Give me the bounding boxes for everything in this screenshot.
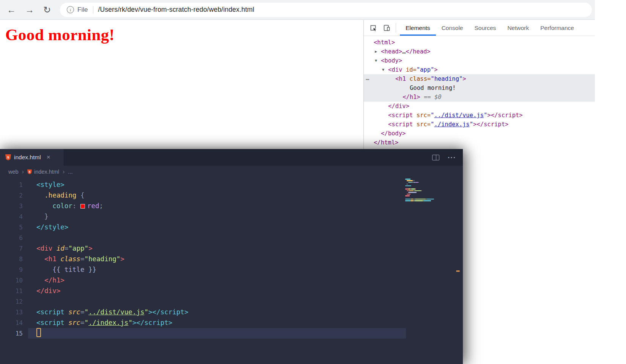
code-line[interactable]: 8 <h1 class="heading"> — [0, 254, 463, 264]
breadcrumb-item[interactable]: ... — [68, 169, 72, 175]
devtools-tab-elements[interactable]: Elements — [400, 20, 436, 36]
code-token-tagx: <script — [36, 308, 64, 316]
code-line[interactable]: 7<div id="app"> — [0, 243, 463, 254]
dom-token-tag: <div — [388, 66, 402, 73]
devtools-tabs: ElementsConsoleSourcesNetworkPerformance — [400, 20, 580, 36]
breadcrumb-item[interactable]: index.html — [34, 169, 59, 175]
back-button[interactable]: ← — [7, 5, 16, 14]
code-line[interactable]: 11</div> — [0, 286, 463, 296]
code-token-plain — [36, 266, 52, 273]
code-token-str: " — [84, 319, 88, 326]
line-number: 4 — [0, 212, 23, 222]
devtools-tab-network[interactable]: Network — [502, 20, 535, 36]
html5-file-icon — [27, 169, 32, 174]
address-url[interactable]: /Users/rk/dev/vue-from-scratch-redo/web/… — [98, 6, 255, 14]
code-token-punc: } — [44, 213, 49, 220]
code-token-plain — [36, 276, 44, 284]
dom-tree-row[interactable]: </div> — [364, 102, 595, 111]
code-line[interactable]: 15 — [0, 328, 463, 339]
code-token-punc: = — [64, 245, 69, 252]
collapsed-arrow-icon[interactable]: ▶ — [375, 47, 381, 56]
dom-token-attr: src= — [413, 112, 431, 119]
dom-token-link[interactable]: ../dist/vue.js — [434, 112, 484, 119]
editor-tab-indexhtml[interactable]: index.html × — [0, 149, 64, 166]
code-token-tagx: <style> — [36, 181, 64, 188]
devtools-tab-sources[interactable]: Sources — [469, 20, 502, 36]
dom-tree-row[interactable]: <script src="./index.js"></script> — [364, 120, 595, 129]
editor-more-actions-icon[interactable]: ··· — [448, 154, 456, 161]
dom-tree-row[interactable]: Good morning! — [364, 83, 595, 93]
minimap[interactable] — [405, 179, 455, 204]
code-token-tag: <div — [36, 245, 52, 252]
dom-token-tag: </head> — [406, 48, 430, 55]
dom-tree: <html>▶<head>…</head>▼<body>▼<div id="ap… — [364, 36, 595, 147]
devtools-tab-performance[interactable]: Performance — [535, 20, 580, 36]
dom-token-text: … — [402, 48, 406, 55]
forward-button[interactable]: → — [25, 5, 34, 14]
dom-tree-row[interactable]: <html> — [364, 38, 595, 47]
dom-tree-row[interactable]: </h1> == $0 — [364, 93, 595, 102]
code-line[interactable]: 1<style> — [0, 179, 463, 190]
split-editor-icon[interactable] — [432, 155, 439, 160]
scrollbar-marker — [456, 270, 460, 272]
dom-token-tag: ></script> — [487, 112, 522, 119]
dom-tree-row[interactable]: <script src="../dist/vue.js"></script> — [364, 111, 595, 120]
page-heading: Good morning! — [5, 25, 363, 44]
dom-token-value: "app" — [417, 66, 434, 73]
reload-button[interactable]: ↻ — [43, 5, 51, 14]
browser-toolbar: ← → ↻ i File /Users/rk/dev/vue-from-scra… — [0, 0, 595, 20]
code-line[interactable]: 14<script src="./index.js"></script> — [0, 317, 463, 328]
breadcrumb-item[interactable]: web — [8, 169, 19, 175]
dom-token-value: "heading" — [431, 75, 462, 82]
code-token-tagx: ></script> — [132, 319, 172, 326]
code-token-plain — [76, 191, 80, 199]
devtools-tab-console[interactable]: Console — [436, 20, 469, 36]
line-number: 7 — [0, 243, 23, 254]
inspect-element-icon[interactable] — [368, 20, 378, 36]
tab-close-button[interactable]: × — [47, 154, 50, 161]
code-token-punc: = — [80, 255, 85, 263]
line-number: 2 — [0, 190, 23, 201]
dom-token-tag: <script — [388, 121, 413, 128]
code-line[interactable]: 2 .heading { — [0, 190, 463, 201]
dom-tree-row[interactable]: </body> — [364, 129, 595, 138]
dom-tree-row[interactable]: ▼<body> — [364, 56, 595, 65]
code-token-strlink: ../dist/vue.js — [88, 308, 145, 316]
code-line[interactable]: 5</style> — [0, 222, 463, 232]
address-bar[interactable]: i File /Users/rk/dev/vue-from-scratch-re… — [60, 3, 592, 17]
code-token-plain — [36, 255, 44, 263]
dom-tree-row[interactable]: ▼<div id="app"> — [364, 65, 595, 74]
code-token-str: "heading" — [84, 255, 120, 263]
code-line[interactable]: 10 </h1> — [0, 275, 463, 286]
code-token-punc: : — [72, 202, 80, 210]
dom-token-tag: </body> — [381, 130, 406, 137]
dom-token-meta: == — [420, 94, 434, 100]
code-token-attr: src — [64, 308, 80, 316]
code-line[interactable]: 6 — [0, 232, 463, 243]
node-actions-badge[interactable]: … — [366, 74, 370, 83]
code-line[interactable]: 13<script src="../dist/vue.js"></script> — [0, 307, 463, 317]
code-area[interactable]: 1<style>2 .heading {3 color: red;4 }5</s… — [0, 178, 463, 364]
code-line[interactable]: 12 — [0, 296, 463, 307]
code-line[interactable]: 3 color: red; — [0, 201, 463, 211]
dom-token-link[interactable]: ./index.js — [434, 121, 469, 128]
page-info-icon[interactable]: i — [67, 6, 74, 13]
dom-token-tag: <body> — [381, 57, 402, 64]
code-token-punc: = — [80, 308, 85, 316]
expanded-arrow-icon[interactable]: ▼ — [375, 56, 381, 65]
code-token-punc: = — [80, 319, 85, 326]
dom-token-text: Good morning! — [410, 85, 456, 91]
device-toolbar-icon[interactable] — [381, 20, 392, 36]
code-token-tag: <h1 — [44, 255, 57, 263]
expanded-arrow-icon[interactable]: ▼ — [382, 65, 388, 74]
dom-tree-row[interactable]: </html> — [364, 138, 595, 147]
color-swatch[interactable] — [80, 204, 85, 209]
dom-tree-row[interactable]: …<h1 class="heading"> — [364, 74, 595, 83]
code-line[interactable]: 4 } — [0, 211, 463, 222]
line-number: 1 — [0, 180, 23, 190]
code-token-tagx: ></script> — [148, 308, 188, 316]
dom-token-value: " — [431, 112, 434, 119]
dom-tree-row[interactable]: ▶<head>…</head> — [364, 47, 595, 56]
dom-token-dollar: $0 — [434, 94, 442, 100]
code-line[interactable]: 9 {{ title }} — [0, 264, 463, 275]
